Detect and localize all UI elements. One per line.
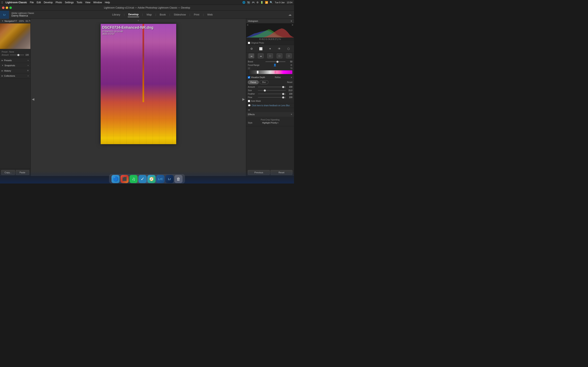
original-photo-checkbox[interactable] xyxy=(248,42,250,44)
collections-header[interactable]: ▶ Collections + xyxy=(0,73,30,78)
fit-button[interactable]: FIT xyxy=(14,20,17,22)
nav-develop[interactable]: Develop xyxy=(128,12,139,17)
style-dropdown-icon[interactable]: ▼ xyxy=(277,122,279,124)
nav-book[interactable]: Book xyxy=(159,12,166,17)
focal-thumb-left[interactable] xyxy=(257,71,259,74)
navigator-preview[interactable] xyxy=(0,24,30,49)
focal-thumb-right[interactable] xyxy=(275,71,276,74)
nav-print[interactable]: Print xyxy=(193,12,200,17)
focal-range-gear-icon[interactable]: ⚙ xyxy=(290,64,292,67)
amount-slider[interactable] xyxy=(10,55,24,55)
close-button[interactable] xyxy=(2,7,4,9)
hist-left-arrow[interactable]: ◀ xyxy=(247,24,248,26)
focal-range-person-icon[interactable]: 👤 xyxy=(273,64,277,67)
nav-web[interactable]: Web xyxy=(207,12,213,17)
menu-lightroom[interactable]: Lightroom Classic xyxy=(6,1,27,4)
mask-btn-4[interactable]: ⬡ xyxy=(277,53,282,58)
feather-slider-ctrl[interactable] xyxy=(258,94,283,94)
feather-slider-icon[interactable]: ◎ xyxy=(284,93,286,95)
menu-help[interactable]: Help xyxy=(105,1,110,4)
sliders-tool[interactable]: ⚙ xyxy=(249,46,255,51)
flow-slider-icon[interactable]: ◎ xyxy=(284,96,286,99)
nav-slideshow[interactable]: Slideshow xyxy=(173,12,186,17)
mask-btn-5[interactable]: ⬡ xyxy=(286,53,292,58)
focal-gradient-inner xyxy=(248,70,292,74)
boost-slider[interactable] xyxy=(265,61,285,62)
user-info: Adobe Lightroom Classic Danny Maiorca xyxy=(9,12,36,17)
presets-add-icon[interactable]: + xyxy=(27,59,29,62)
masking-tool[interactable]: ⬡ xyxy=(286,46,291,51)
dock-launchpad[interactable]: ⬛ xyxy=(121,175,129,183)
dock: 🔵 ⬛ ♫ ✓ 🧭 LrC Lr 🗑 xyxy=(109,174,185,184)
mask-btn-3[interactable]: ⬡ xyxy=(267,53,273,58)
prev-photo-arrow[interactable]: ◀ xyxy=(31,96,35,102)
size-slider-ctrl[interactable] xyxy=(258,90,286,91)
focus-button[interactable]: Focus xyxy=(248,80,259,84)
nav-map[interactable]: Map xyxy=(146,12,152,17)
focal-max: 78 xyxy=(290,67,292,69)
dock-safari[interactable]: 🧭 xyxy=(147,175,156,183)
feedback-text[interactable]: Click here to share feedback on Lens Blu… xyxy=(252,104,290,107)
left-panel: ▼ Navigator FIT 100% 66.7% Preset : None xyxy=(0,19,31,176)
menu-view[interactable]: View xyxy=(85,1,90,4)
maximize-button[interactable] xyxy=(9,7,12,9)
hist-right-arrow[interactable]: ▶ xyxy=(292,24,294,26)
histogram-canvas: ◀ ▶ xyxy=(246,23,294,38)
collections-add-icon[interactable]: + xyxy=(27,75,29,77)
effects-header[interactable]: Effects ▼ xyxy=(246,112,294,117)
minimize-button[interactable] xyxy=(6,7,8,9)
refine-label[interactable]: Refine xyxy=(275,76,281,78)
blur-button[interactable]: Blur xyxy=(259,80,268,84)
crop-tool[interactable]: ⬜ xyxy=(258,46,264,51)
history-triangle: ▶ xyxy=(2,70,3,72)
healing-tool[interactable]: ✦ xyxy=(267,46,273,51)
presets-title: Presets xyxy=(4,59,12,62)
menu-tools[interactable]: Tools xyxy=(77,1,82,4)
history-section: ▶ History ✕ xyxy=(0,68,30,73)
original-photo-row: Original Photo xyxy=(246,41,294,45)
menu-settings[interactable]: Settings xyxy=(65,1,74,4)
menu-photo[interactable]: Photo xyxy=(56,1,62,4)
mask-btn-1[interactable]: ☁ xyxy=(249,53,254,58)
cloud-icon[interactable]: ☁ xyxy=(288,13,292,17)
history-close-icon[interactable]: ✕ xyxy=(27,69,29,72)
presets-header[interactable]: ▶ Presets + xyxy=(0,58,30,63)
dock-spotify[interactable]: ♫ xyxy=(130,175,138,183)
photo-overlay xyxy=(101,24,176,144)
eye-icon[interactable]: 👁 xyxy=(248,109,250,111)
visualize-depth-checkbox[interactable] xyxy=(248,76,250,78)
nav-library[interactable]: Library xyxy=(112,12,121,17)
navigator-header[interactable]: ▼ Navigator FIT 100% 66.7% xyxy=(0,19,30,24)
reset-label[interactable]: Reset xyxy=(287,81,292,83)
snapshots-header[interactable]: ▼ Snapshots + xyxy=(0,63,30,68)
dock-finder[interactable]: 🔵 xyxy=(112,175,120,183)
zoom-100[interactable]: 100% xyxy=(19,20,24,22)
flow-slider-ctrl[interactable] xyxy=(258,97,283,98)
flow-slider-value: 100 xyxy=(287,96,292,99)
right-panel: Histogram ▼ ◀ ▶ R 49 xyxy=(246,19,294,176)
presets-section: ▶ Presets + xyxy=(0,58,30,63)
zoom-667[interactable]: 66.7% xyxy=(26,20,31,22)
redeye-tool[interactable]: 👁 xyxy=(277,46,282,51)
menu-window[interactable]: Window xyxy=(93,1,102,4)
snapshots-add-icon[interactable]: + xyxy=(27,64,29,67)
menu-edit[interactable]: Edit xyxy=(37,1,41,4)
histogram-header[interactable]: Histogram ▼ xyxy=(246,19,294,23)
auto-mask-checkbox[interactable] xyxy=(248,100,250,102)
lr-logo: Lr xyxy=(0,11,9,19)
menu-file[interactable]: File xyxy=(30,1,34,4)
dock-tasks[interactable]: ✓ xyxy=(138,175,147,183)
next-photo-arrow[interactable]: ▶ xyxy=(242,96,246,102)
dock-trash[interactable]: 🗑 xyxy=(174,175,182,183)
center-top-arrow[interactable]: ▲ xyxy=(31,19,246,22)
mask-btn-2[interactable]: ☁ xyxy=(258,53,264,58)
history-header[interactable]: ▶ History ✕ xyxy=(0,68,30,73)
amount-slider-ctrl[interactable] xyxy=(258,87,283,87)
dock-lr-classic[interactable]: LrC xyxy=(156,175,164,183)
amount-slider-icon[interactable]: ◎ xyxy=(284,86,286,88)
menu-develop[interactable]: Develop xyxy=(44,1,53,4)
navigator-section: ▼ Navigator FIT 100% 66.7% xyxy=(0,19,30,49)
dock-lr[interactable]: Lr xyxy=(165,175,173,183)
apple-menu[interactable]:  xyxy=(2,1,3,4)
focal-gradient-bar[interactable] xyxy=(248,70,292,74)
